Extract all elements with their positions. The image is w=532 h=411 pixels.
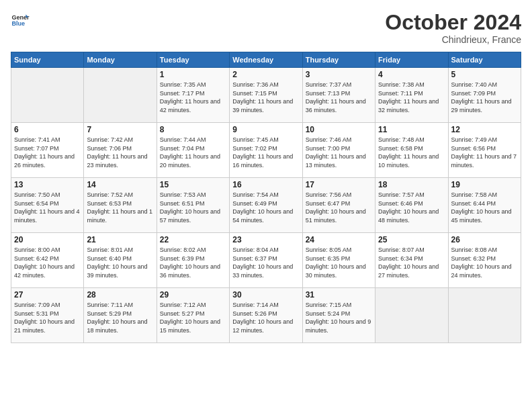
svg-text:Blue: Blue (11, 20, 25, 27)
day-detail: Sunrise: 8:04 AM Sunset: 6:37 PM Dayligh… (232, 246, 299, 279)
day-number: 29 (160, 290, 226, 300)
week-row-3: 20Sunrise: 8:00 AM Sunset: 6:42 PM Dayli… (11, 233, 521, 288)
day-cell: 29Sunrise: 7:12 AM Sunset: 5:27 PM Dayli… (157, 288, 229, 343)
day-cell: 6Sunrise: 7:41 AM Sunset: 7:07 PM Daylig… (11, 123, 84, 178)
day-cell: 16Sunrise: 7:54 AM Sunset: 6:49 PM Dayli… (230, 178, 302, 233)
day-cell: 13Sunrise: 7:50 AM Sunset: 6:54 PM Dayli… (11, 178, 84, 233)
day-cell: 19Sunrise: 7:58 AM Sunset: 6:44 PM Dayli… (448, 178, 521, 233)
day-number: 24 (306, 235, 372, 244)
day-cell: 24Sunrise: 8:05 AM Sunset: 6:35 PM Dayli… (302, 233, 375, 288)
day-number: 4 (378, 70, 445, 79)
week-row-0: 1Sunrise: 7:35 AM Sunset: 7:17 PM Daylig… (11, 68, 521, 123)
day-detail: Sunrise: 8:05 AM Sunset: 6:35 PM Dayligh… (306, 246, 372, 279)
day-number: 17 (306, 180, 372, 189)
day-cell: 7Sunrise: 7:42 AM Sunset: 7:06 PM Daylig… (84, 123, 157, 178)
page: General Blue October 2024 Chindrieux, Fr… (0, 0, 532, 411)
day-detail: Sunrise: 8:08 AM Sunset: 6:32 PM Dayligh… (451, 246, 518, 279)
day-detail: Sunrise: 7:49 AM Sunset: 6:56 PM Dayligh… (451, 136, 518, 169)
logo-icon: General Blue (11, 11, 30, 30)
day-cell: 5Sunrise: 7:40 AM Sunset: 7:09 PM Daylig… (448, 68, 521, 123)
day-cell: 3Sunrise: 7:37 AM Sunset: 7:13 PM Daylig… (302, 68, 375, 123)
day-cell (84, 68, 157, 123)
day-number: 9 (232, 125, 299, 134)
day-number: 23 (232, 235, 299, 244)
day-cell: 27Sunrise: 7:09 AM Sunset: 5:31 PM Dayli… (11, 288, 84, 343)
col-wednesday: Wednesday (230, 52, 302, 68)
col-friday: Friday (375, 52, 448, 68)
day-cell: 17Sunrise: 7:56 AM Sunset: 6:47 PM Dayli… (302, 178, 375, 233)
day-detail: Sunrise: 7:14 AM Sunset: 5:26 PM Dayligh… (232, 301, 299, 334)
day-number: 20 (14, 235, 81, 244)
header: General Blue October 2024 Chindrieux, Fr… (11, 11, 521, 45)
day-number: 2 (232, 70, 299, 79)
day-number: 25 (378, 235, 445, 244)
day-number: 3 (306, 70, 372, 79)
day-number: 5 (451, 70, 518, 79)
col-monday: Monday (84, 52, 157, 68)
day-cell (375, 288, 448, 343)
day-cell: 22Sunrise: 8:02 AM Sunset: 6:39 PM Dayli… (157, 233, 229, 288)
day-number: 1 (160, 70, 226, 79)
day-number: 6 (14, 125, 81, 134)
week-row-4: 27Sunrise: 7:09 AM Sunset: 5:31 PM Dayli… (11, 288, 521, 343)
month-title: October 2024 (385, 11, 521, 34)
day-number: 8 (160, 125, 226, 134)
day-cell: 25Sunrise: 8:07 AM Sunset: 6:34 PM Dayli… (375, 233, 448, 288)
day-detail: Sunrise: 7:54 AM Sunset: 6:49 PM Dayligh… (232, 191, 299, 224)
day-cell: 21Sunrise: 8:01 AM Sunset: 6:40 PM Dayli… (84, 233, 157, 288)
day-detail: Sunrise: 7:45 AM Sunset: 7:02 PM Dayligh… (232, 136, 299, 169)
day-cell: 1Sunrise: 7:35 AM Sunset: 7:17 PM Daylig… (157, 68, 229, 123)
day-cell: 30Sunrise: 7:14 AM Sunset: 5:26 PM Dayli… (230, 288, 302, 343)
location: Chindrieux, France (385, 34, 521, 45)
logo: General Blue (11, 11, 30, 30)
day-number: 13 (14, 180, 81, 189)
day-detail: Sunrise: 7:15 AM Sunset: 5:24 PM Dayligh… (306, 301, 372, 334)
col-tuesday: Tuesday (157, 52, 229, 68)
day-detail: Sunrise: 7:09 AM Sunset: 5:31 PM Dayligh… (14, 301, 81, 334)
day-number: 28 (87, 290, 153, 300)
day-number: 14 (87, 180, 153, 189)
day-detail: Sunrise: 7:56 AM Sunset: 6:47 PM Dayligh… (306, 191, 372, 224)
day-cell: 10Sunrise: 7:46 AM Sunset: 7:00 PM Dayli… (302, 123, 375, 178)
header-row: Sunday Monday Tuesday Wednesday Thursday… (11, 52, 521, 68)
day-cell: 12Sunrise: 7:49 AM Sunset: 6:56 PM Dayli… (448, 123, 521, 178)
day-number: 31 (306, 290, 372, 300)
day-detail: Sunrise: 7:48 AM Sunset: 6:58 PM Dayligh… (378, 136, 445, 169)
day-detail: Sunrise: 7:12 AM Sunset: 5:27 PM Dayligh… (160, 301, 226, 334)
day-detail: Sunrise: 7:36 AM Sunset: 7:15 PM Dayligh… (232, 81, 299, 114)
day-cell: 2Sunrise: 7:36 AM Sunset: 7:15 PM Daylig… (230, 68, 302, 123)
day-cell: 9Sunrise: 7:45 AM Sunset: 7:02 PM Daylig… (230, 123, 302, 178)
day-detail: Sunrise: 7:52 AM Sunset: 6:53 PM Dayligh… (87, 191, 153, 224)
day-detail: Sunrise: 7:46 AM Sunset: 7:00 PM Dayligh… (306, 136, 372, 169)
day-cell: 26Sunrise: 8:08 AM Sunset: 6:32 PM Dayli… (448, 233, 521, 288)
day-number: 10 (306, 125, 372, 134)
day-number: 16 (232, 180, 299, 189)
col-sunday: Sunday (11, 52, 84, 68)
day-detail: Sunrise: 7:35 AM Sunset: 7:17 PM Dayligh… (160, 81, 226, 114)
day-detail: Sunrise: 7:42 AM Sunset: 7:06 PM Dayligh… (87, 136, 153, 169)
day-cell: 23Sunrise: 8:04 AM Sunset: 6:37 PM Dayli… (230, 233, 302, 288)
day-detail: Sunrise: 7:57 AM Sunset: 6:46 PM Dayligh… (378, 191, 445, 224)
day-detail: Sunrise: 8:07 AM Sunset: 6:34 PM Dayligh… (378, 246, 445, 279)
day-number: 15 (160, 180, 226, 189)
day-number: 7 (87, 125, 153, 134)
day-cell (11, 68, 84, 123)
day-detail: Sunrise: 7:40 AM Sunset: 7:09 PM Dayligh… (451, 81, 518, 114)
day-cell: 15Sunrise: 7:53 AM Sunset: 6:51 PM Dayli… (157, 178, 229, 233)
day-cell: 8Sunrise: 7:44 AM Sunset: 7:04 PM Daylig… (157, 123, 229, 178)
day-cell (448, 288, 521, 343)
day-detail: Sunrise: 7:58 AM Sunset: 6:44 PM Dayligh… (451, 191, 518, 224)
day-detail: Sunrise: 7:38 AM Sunset: 7:11 PM Dayligh… (378, 81, 445, 114)
day-cell: 14Sunrise: 7:52 AM Sunset: 6:53 PM Dayli… (84, 178, 157, 233)
calendar-table: Sunday Monday Tuesday Wednesday Thursday… (11, 52, 521, 343)
day-detail: Sunrise: 7:53 AM Sunset: 6:51 PM Dayligh… (160, 191, 226, 224)
day-number: 19 (451, 180, 518, 189)
day-detail: Sunrise: 7:41 AM Sunset: 7:07 PM Dayligh… (14, 136, 81, 169)
day-cell: 18Sunrise: 7:57 AM Sunset: 6:46 PM Dayli… (375, 178, 448, 233)
day-detail: Sunrise: 8:02 AM Sunset: 6:39 PM Dayligh… (160, 246, 226, 279)
day-detail: Sunrise: 7:11 AM Sunset: 5:29 PM Dayligh… (87, 301, 153, 334)
day-cell: 11Sunrise: 7:48 AM Sunset: 6:58 PM Dayli… (375, 123, 448, 178)
week-row-1: 6Sunrise: 7:41 AM Sunset: 7:07 PM Daylig… (11, 123, 521, 178)
day-detail: Sunrise: 7:44 AM Sunset: 7:04 PM Dayligh… (160, 136, 226, 169)
day-detail: Sunrise: 7:37 AM Sunset: 7:13 PM Dayligh… (306, 81, 372, 114)
